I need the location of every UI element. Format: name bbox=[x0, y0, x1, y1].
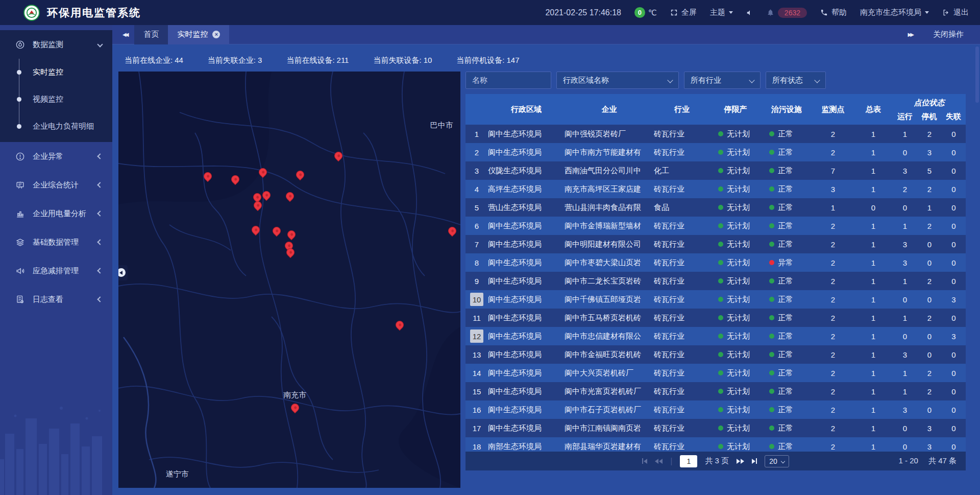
table-row[interactable]: 8阆中生态环境局阆中市枣碧大梁山页岩砖瓦行业无计划异常21300 bbox=[465, 253, 966, 272]
sidebar-group-0[interactable]: 数据监测 bbox=[0, 30, 112, 59]
map-pin[interactable] bbox=[447, 225, 458, 237]
next-page-button[interactable] bbox=[737, 459, 744, 464]
industry-filter-select[interactable]: 所有行业 bbox=[684, 72, 761, 89]
region-filter-select[interactable]: 行政区域名称 bbox=[556, 72, 679, 89]
sidebar-group-1[interactable]: 企业异常 bbox=[0, 142, 112, 171]
cell-facility-status: 正常 bbox=[761, 313, 812, 323]
cell-facility-status: 正常 bbox=[761, 240, 812, 249]
mute-button[interactable] bbox=[746, 9, 753, 16]
prev-page-button[interactable] bbox=[655, 459, 663, 464]
page-number-input[interactable]: 1 bbox=[680, 455, 697, 467]
sidebar-group-5[interactable]: 应急减排管理 bbox=[0, 256, 112, 285]
chevron-down-icon bbox=[814, 77, 820, 83]
close-operations-button[interactable]: 关闭操作 bbox=[933, 30, 964, 39]
page-size-select[interactable]: 20 bbox=[765, 455, 789, 467]
cell-monitor-points: 2 bbox=[812, 332, 854, 341]
table-row[interactable]: 5营山生态环境局营山县润丰肉食品有限食品无计划正常10010 bbox=[465, 198, 966, 217]
header-lost: 失联 bbox=[941, 112, 966, 122]
header-point-status-group: 点位状态 运行 停机 失联 bbox=[893, 94, 966, 125]
scrollbar-thumb[interactable] bbox=[975, 46, 979, 103]
help-button[interactable]: 帮助 bbox=[820, 8, 847, 17]
close-tab-icon[interactable]: × bbox=[212, 31, 220, 38]
sidebar-item-2[interactable]: 企业电力负荷明细 bbox=[0, 113, 112, 140]
table-row[interactable]: 9阆中生态环境局阆中市二龙长宝页岩砖砖瓦行业无计划正常21120 bbox=[465, 272, 966, 290]
table-row[interactable]: 3仪陇生态环境局西南油气田分公司川中化工无计划正常71350 bbox=[465, 161, 966, 180]
cell-index: 6 bbox=[465, 219, 488, 232]
map-collapse-button[interactable] bbox=[118, 265, 128, 280]
cell-index: 5 bbox=[465, 201, 488, 214]
sidebar-group-6[interactable]: 日志查看 bbox=[0, 285, 112, 314]
map-pin[interactable] bbox=[271, 225, 283, 237]
cell-stop-status: 无计划 bbox=[710, 405, 761, 415]
map-pin[interactable] bbox=[394, 319, 406, 331]
map-panel[interactable]: 巴中市南充市遂宁市 bbox=[118, 72, 460, 488]
status-filter-select[interactable]: 所有状态 bbox=[766, 72, 826, 89]
cell-company: 营山县润丰肉食品有限 bbox=[565, 203, 654, 213]
last-page-button[interactable] bbox=[752, 458, 757, 464]
status-dot-icon bbox=[769, 150, 774, 155]
table-row[interactable]: 12阆中生态环境局阆中市忠信建材有限公砖瓦行业无计划正常21003 bbox=[465, 327, 966, 345]
stat-item: 当前失联企业:3 bbox=[208, 56, 262, 65]
table-row[interactable]: 2阆中生态环境局阆中市南方节能建材有砖瓦行业无计划正常21030 bbox=[465, 143, 966, 161]
cell-monitor-points: 2 bbox=[812, 148, 854, 157]
tab-bar: ◀◀ 首页 实时监控 × ▶▶ 关闭操作 bbox=[112, 25, 980, 44]
cell-monitor-points: 1 bbox=[812, 203, 854, 212]
notifications-button[interactable]: 2632 bbox=[767, 8, 807, 18]
sidebar-group-4[interactable]: 基础数据管理 bbox=[0, 228, 112, 256]
table-row[interactable]: 16阆中生态环境局阆中市石子页岩机砖厂砖瓦行业无计划正常21300 bbox=[465, 400, 966, 419]
caret-down-icon bbox=[925, 11, 929, 14]
table-row[interactable]: 11阆中生态环境局阆中市五马桥页岩机砖砖瓦行业无计划正常21120 bbox=[465, 309, 966, 327]
tab-realtime-monitor[interactable]: 实时监控 × bbox=[168, 25, 229, 44]
table-row[interactable]: 1阆中生态环境局阆中强锐页岩砖厂砖瓦行业无计划正常21120 bbox=[465, 125, 966, 143]
map-pin[interactable] bbox=[250, 224, 262, 236]
sidebar-group-2[interactable]: 企业综合统计 bbox=[0, 171, 112, 199]
cell-running: 0 bbox=[893, 203, 917, 212]
status-dot-icon bbox=[718, 389, 723, 394]
map-pin[interactable] bbox=[261, 190, 273, 201]
map-pin[interactable] bbox=[333, 150, 345, 162]
theme-dropdown[interactable]: 主题 bbox=[710, 8, 733, 17]
caret-down-icon bbox=[729, 11, 733, 14]
table-row[interactable]: 10阆中生态环境局阆中千佛镇五郎垭页岩砖瓦行业无计划正常21003 bbox=[465, 290, 966, 309]
fullscreen-button[interactable]: 全屏 bbox=[670, 8, 697, 17]
status-dot-icon bbox=[718, 426, 723, 431]
org-dropdown[interactable]: 南充市生态环境局 bbox=[860, 8, 929, 17]
map-pin[interactable] bbox=[289, 402, 301, 414]
tabs-scroll-left-icon[interactable]: ◀◀ bbox=[119, 32, 130, 37]
first-page-button[interactable] bbox=[642, 458, 647, 464]
map-pin[interactable] bbox=[252, 200, 264, 211]
sidebar-item-1[interactable]: 视频监控 bbox=[0, 86, 112, 113]
table-row[interactable]: 17阆中生态环境局阆中市江南镇阆南页岩砖瓦行业无计划正常21030 bbox=[465, 419, 966, 437]
table-row[interactable]: 4高坪生态环境局南充市高坪区王家店建砖瓦行业无计划正常31220 bbox=[465, 180, 966, 198]
map-pin[interactable] bbox=[286, 229, 298, 241]
name-filter-input[interactable]: 名称 bbox=[465, 72, 551, 89]
map-pin[interactable] bbox=[230, 174, 241, 185]
sidebar-group-label: 基础数据管理 bbox=[33, 238, 79, 247]
map-pin[interactable] bbox=[257, 166, 268, 178]
sidebar-item-0[interactable]: 实时监控 bbox=[0, 59, 112, 86]
table-row[interactable]: 7阆中生态环境局阆中明阳建材有限公司砖瓦行业无计划正常21300 bbox=[465, 235, 966, 253]
table-row[interactable]: 15阆中生态环境局阆中市光富页岩机砖厂砖瓦行业无计划正常21120 bbox=[465, 382, 966, 400]
table-row[interactable]: 14阆中生态环境局阆中大兴页岩机砖厂砖瓦行业无计划正常21120 bbox=[465, 364, 966, 382]
cell-stopped: 0 bbox=[917, 406, 942, 414]
table-row[interactable]: 18南部生态环境局南部县瑞华页岩建材有砖瓦行业无计划正常21030 bbox=[465, 437, 966, 452]
enterprise-table-panel: 名称 行政区域名称 所有行业 所有状态 行政区域 企业 bbox=[465, 72, 966, 470]
enterprise-table: 行政区域 企业 行业 停限产 治污设施 监测点 总表 点位状态 运行 停机 失联 bbox=[465, 94, 966, 452]
header-points: 监测点 bbox=[812, 94, 854, 125]
cell-company: 阆中千佛镇五郎垭页岩 bbox=[565, 295, 654, 304]
map-pin[interactable] bbox=[284, 191, 296, 202]
map-pin[interactable] bbox=[202, 170, 214, 182]
scrollbar[interactable] bbox=[975, 46, 979, 493]
cell-index: 16 bbox=[465, 403, 488, 416]
tabs-scroll-right-icon[interactable]: ▶▶ bbox=[905, 32, 916, 37]
record-range-label: 1 - 20 bbox=[899, 456, 918, 466]
table-row[interactable]: 6阆中生态环境局阆中市金博瑞新型墙材砖瓦行业无计划正常21120 bbox=[465, 217, 966, 235]
sidebar-group-3[interactable]: 企业用电量分析 bbox=[0, 199, 112, 228]
status-dot-icon bbox=[769, 444, 774, 449]
map-pin[interactable] bbox=[295, 169, 306, 180]
status-dot-icon bbox=[718, 186, 723, 192]
logout-button[interactable]: 退出 bbox=[942, 8, 969, 17]
tab-home[interactable]: 首页 bbox=[134, 25, 168, 44]
cell-company: 阆中市江南镇阆南页岩 bbox=[565, 423, 654, 433]
table-row[interactable]: 13阆中生态环境局阆中市金福旺页岩机砖砖瓦行业无计划正常21300 bbox=[465, 345, 966, 364]
